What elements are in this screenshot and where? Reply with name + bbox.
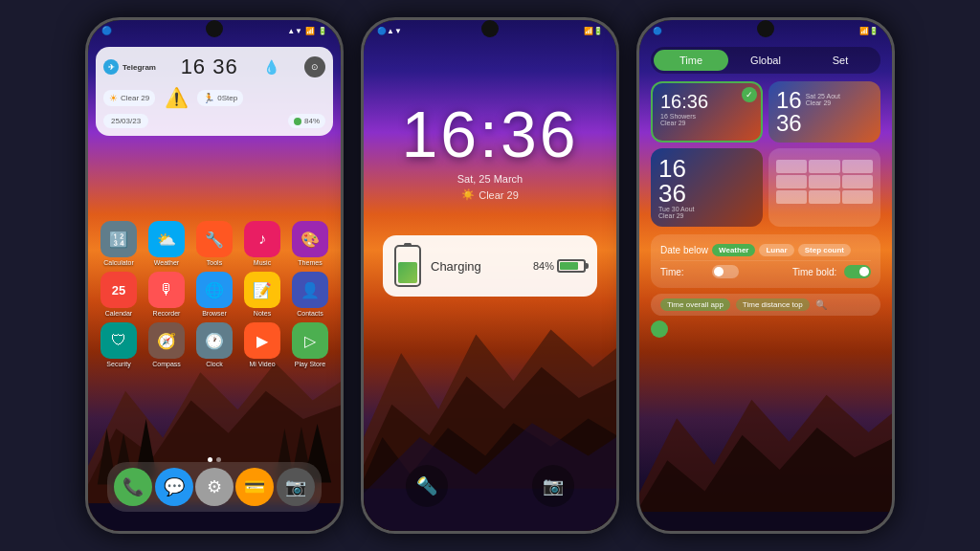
steps-label: 0Step: [217, 94, 237, 102]
battery-fill-thumb: [398, 262, 417, 283]
play-store-icon: ▷: [292, 322, 328, 359]
app-weather[interactable]: ⛅ Weather: [144, 221, 189, 266]
app-compass[interactable]: 🧭 Compass: [144, 322, 189, 367]
widget-preview-3[interactable]: 16 36 Tue 30 Aout Clear 29: [651, 148, 763, 227]
dock-settings[interactable]: ⚙: [195, 468, 234, 506]
telegram-icon: ✈: [103, 59, 119, 75]
time-bold-label: Time bold:: [792, 267, 840, 277]
tab-time[interactable]: Time: [654, 50, 728, 71]
preview-sub-3a: Tue 30 Aout: [658, 206, 755, 212]
app-mi-video[interactable]: ▶ Mi Video: [239, 322, 285, 367]
phone-3: 🔵 📶🔋 Time Global Set ✓ 16:36 16 Showers: [636, 17, 895, 534]
telegram-label: Telegram: [122, 63, 156, 72]
active-indicator-dot: [651, 320, 668, 338]
weather-pill[interactable]: Weather: [712, 244, 755, 256]
app-calendar[interactable]: 25 Calendar: [96, 272, 142, 317]
widget-preview-2[interactable]: 16 36 Sat 25 Aout Clear 29: [768, 81, 880, 143]
steps-widget: 🏃 0Step: [197, 90, 243, 106]
security-icon: 🛡: [100, 322, 137, 359]
battery-outline: [557, 259, 586, 273]
lock-time-area: 16:36 Sat, 25 March ☀️ Clear 29: [364, 97, 616, 201]
time-label: Time:: [660, 267, 708, 277]
contacts-icon: 👤: [292, 272, 328, 308]
app-grid: 🔢 Calculator ⛅ Weather 🔧 Tools ♪ Music 🎨…: [96, 221, 333, 367]
time-toggle[interactable]: [712, 265, 739, 278]
selected-check-1: ✓: [742, 87, 757, 102]
lock-date-display: Sat, 25 March: [364, 173, 616, 185]
mi-video-label: Mi Video: [249, 361, 275, 367]
search-pill-2[interactable]: Time distance top: [736, 298, 810, 311]
status-left-2: 🔵▲▼: [377, 27, 402, 35]
widget-preview-4[interactable]: [768, 148, 880, 227]
phone-2: 🔵▲▼ 📶🔋 16:36 Sat, 25 March ☀️ Clear 29 C…: [361, 17, 619, 534]
time-bold-toggle[interactable]: [844, 265, 871, 278]
telegram-widget: ✈ Telegram: [103, 59, 156, 75]
preview-sub-2b: Clear 29: [806, 99, 840, 106]
app-browser[interactable]: 🌐 Browser: [191, 272, 237, 317]
step-count-pill[interactable]: Step count: [798, 244, 851, 256]
lock-time-display: 16:36: [364, 97, 616, 171]
app-calculator[interactable]: 🔢 Calculator: [96, 221, 142, 266]
lock-bottom-controls: 🔦 📷: [364, 465, 616, 507]
search-bar: Time overall app Time distance top 🔍: [651, 294, 880, 316]
app-contacts[interactable]: 👤 Contacts: [287, 272, 333, 317]
compass-label: Compass: [152, 361, 181, 367]
tab-set[interactable]: Set: [803, 50, 878, 71]
calculator-label: Calculator: [103, 259, 134, 266]
tools-icon: 🔧: [196, 221, 233, 257]
calendar-label: Calendar: [105, 310, 132, 317]
contacts-label: Contacts: [297, 310, 323, 317]
app-clock[interactable]: 🕐 Clock: [191, 322, 237, 367]
status-icons-right: ▲▼ 📶 🔋: [287, 27, 327, 35]
dock-camera[interactable]: 📷: [277, 468, 315, 506]
preview-sub-1b: Clear 29: [660, 120, 753, 126]
charging-info: Charging: [431, 259, 523, 274]
calendar-icon: 25: [100, 272, 137, 308]
mi-video-icon: ▶: [244, 322, 280, 359]
lunar-pill[interactable]: Lunar: [759, 244, 793, 256]
themes-icon: 🎨: [292, 221, 328, 257]
app-recorder[interactable]: 🎙 Recorder: [144, 272, 189, 317]
browser-icon: 🌐: [196, 272, 233, 308]
notch-2: [481, 20, 499, 37]
status-bar-2: 🔵▲▼ 📶🔋: [364, 20, 616, 41]
preview-sub-1a: 16 Showers: [660, 113, 753, 120]
app-notes[interactable]: 📝 Notes: [239, 272, 285, 317]
lock-weather-text: Clear 29: [479, 189, 519, 201]
dock-wallet[interactable]: 💳: [235, 468, 274, 506]
settings-panel: Date below Weather Lunar Step count Time…: [651, 234, 880, 288]
battery-fill-bar: [560, 262, 578, 270]
dock-phone[interactable]: 📞: [114, 468, 152, 506]
widget-time: 16 36: [181, 55, 238, 79]
date-widget: 25/03/23: [103, 114, 148, 128]
app-security[interactable]: 🛡 Security: [96, 322, 142, 367]
app-music[interactable]: ♪ Music: [239, 221, 285, 266]
dock-messages[interactable]: 💬: [155, 468, 193, 506]
weather-app-label: Weather: [154, 259, 179, 266]
lock-weather-display: ☀️ Clear 29: [364, 188, 616, 201]
app-tools[interactable]: 🔧 Tools: [191, 221, 237, 266]
notch-3: [757, 20, 774, 37]
app-play-store[interactable]: ▷ Play Store: [287, 322, 333, 367]
app-dock: 📞 💬 ⚙ 💳 📷: [107, 462, 322, 512]
search-pill-1[interactable]: Time overall app: [660, 298, 730, 311]
tab-global[interactable]: Global: [728, 50, 803, 71]
widget-preview-1[interactable]: ✓ 16:36 16 Showers Clear 29: [651, 81, 763, 143]
security-label: Security: [106, 361, 130, 367]
app-themes[interactable]: 🎨 Themes: [287, 221, 333, 266]
battery-indicator: 84%: [533, 259, 586, 273]
notes-label: Notes: [254, 310, 271, 317]
compass-app-icon: 🧭: [148, 322, 185, 359]
time-row: Time: Time bold:: [660, 261, 871, 282]
status-bar-3: 🔵 📶🔋: [639, 20, 892, 41]
camera-button[interactable]: 📷: [532, 465, 574, 507]
status-bar-1: 🔵 ▲▼ 📶 🔋: [88, 20, 341, 41]
flashlight-button[interactable]: 🔦: [406, 465, 448, 507]
phone-1: 🔵 ▲▼ 📶 🔋 ✈ Telegram 16 36 💧 ⊙: [85, 17, 344, 534]
time-toggle-knob: [714, 267, 724, 276]
green-indicator: [651, 320, 880, 338]
status-left-3: 🔵: [653, 27, 662, 35]
compass-icon: ⊙: [304, 56, 325, 77]
browser-label: Browser: [202, 310, 227, 317]
music-icon: ♪: [244, 221, 280, 257]
